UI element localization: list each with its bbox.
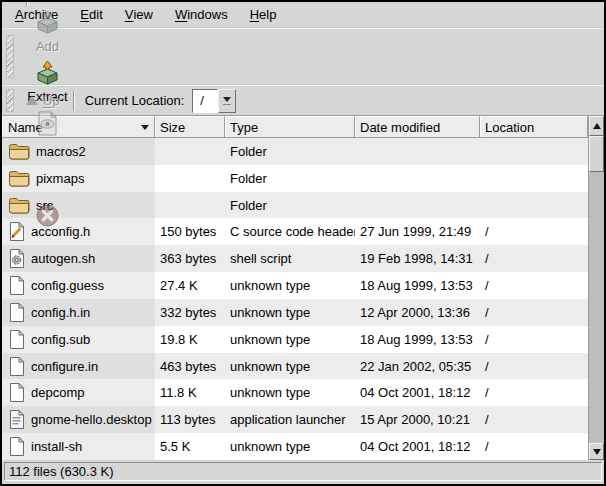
location-bar-drag-handle[interactable] — [6, 89, 14, 112]
file-date-cell: 19 Feb 1998, 14:31 — [355, 245, 480, 272]
plain-file-icon — [8, 436, 25, 457]
file-type-cell: unknown type — [225, 326, 355, 353]
plain-file-icon — [8, 382, 25, 403]
file-size-cell — [155, 165, 225, 192]
toolbar: NewOpenAddExtractViewStop — [2, 28, 604, 85]
file-name: config.sub — [31, 332, 90, 347]
file-name: macros2 — [36, 144, 86, 159]
file-location-cell: / — [480, 353, 588, 380]
location-dropdown-button[interactable] — [218, 89, 236, 113]
file-date-cell — [355, 138, 480, 165]
file-name-cell: depcomp — [2, 379, 155, 406]
file-size-cell — [155, 138, 225, 165]
file-size-cell: 113 bytes — [155, 406, 225, 433]
file-date-cell: 04 Oct 2001, 18:12 — [355, 433, 480, 460]
table-row[interactable]: gnome-hello.desktop113 bytesapplication … — [2, 406, 588, 433]
file-location-cell: / — [480, 245, 588, 272]
file-location-cell: / — [480, 218, 588, 245]
file-location-cell — [480, 138, 588, 165]
file-name: pixmaps — [36, 171, 84, 186]
file-rows: macros2FolderpixmapsFoldersrcFolderaccon… — [2, 138, 588, 460]
scroll-down-button[interactable] — [589, 443, 604, 460]
file-type-cell: shell script — [225, 245, 355, 272]
table-row[interactable]: pixmapsFolder — [2, 165, 588, 192]
table-row[interactable]: acconfig.h150 bytesC source code header2… — [2, 218, 588, 245]
table-row[interactable]: config.sub19.8 Kunknown type18 Aug 1999,… — [2, 326, 588, 353]
file-location-cell: / — [480, 272, 588, 299]
file-name: depcomp — [31, 385, 84, 400]
shell-script-file-icon — [8, 248, 25, 269]
stop-icon — [34, 202, 61, 229]
chevron-down-icon — [223, 97, 231, 102]
file-location-cell: / — [480, 406, 588, 433]
column-header-size[interactable]: Size — [155, 116, 225, 138]
file-date-cell: 12 Apr 2000, 13:36 — [355, 299, 480, 326]
file-type-cell: application launcher — [225, 406, 355, 433]
table-row[interactable]: macros2Folder — [2, 138, 588, 165]
file-location-cell: / — [480, 379, 588, 406]
file-type-cell: Folder — [225, 165, 355, 192]
file-location-cell: / — [480, 299, 588, 326]
table-row[interactable]: autogen.sh363 bytesshell script19 Feb 19… — [2, 245, 588, 272]
column-header-date-modified[interactable]: Date modified — [355, 116, 480, 138]
status-frame: 112 files (630.3 K) — [4, 462, 602, 481]
toolbar-drag-handle[interactable] — [6, 35, 14, 78]
file-location-cell — [480, 165, 588, 192]
scroll-up-button[interactable] — [589, 116, 604, 136]
file-type-cell: unknown type — [225, 353, 355, 380]
file-name-cell: config.guess — [2, 272, 155, 299]
up-button[interactable]: Up — [19, 91, 67, 110]
status-bar: 112 files (630.3 K) — [2, 460, 604, 484]
location-combo: / — [192, 89, 236, 113]
menu-windows[interactable]: Windows — [164, 2, 239, 27]
file-name-cell: macros2 — [2, 138, 155, 165]
file-list-area: NameSizeTypeDate modifiedLocation macros… — [2, 115, 604, 460]
file-name-cell: configure.in — [2, 353, 155, 380]
plain-file-icon — [8, 329, 25, 350]
table-row[interactable]: install-sh5.5 Kunknown type04 Oct 2001, … — [2, 433, 588, 460]
menu-edit[interactable]: Edit — [69, 2, 113, 27]
file-type-cell: unknown type — [225, 379, 355, 406]
plain-file-icon — [8, 275, 25, 296]
file-name: gnome-hello.desktop — [31, 412, 152, 427]
table-row[interactable]: config.h.in332 bytesunknown type12 Apr 2… — [2, 299, 588, 326]
file-date-cell: 18 Aug 1999, 13:53 — [355, 272, 480, 299]
file-name-cell: src — [2, 192, 155, 219]
file-name: install-sh — [31, 439, 82, 454]
up-button-label: Up — [43, 93, 60, 108]
location-input[interactable]: / — [192, 89, 218, 113]
scroll-down-arrow-icon — [593, 449, 601, 455]
table-row[interactable]: depcomp11.8 Kunknown type04 Oct 2001, 18… — [2, 379, 588, 406]
file-name-cell: config.h.in — [2, 299, 155, 326]
file-name-cell: acconfig.h — [2, 218, 155, 245]
plain-file-icon — [8, 356, 25, 377]
file-name: autogen.sh — [31, 251, 95, 266]
add-package-icon — [34, 10, 61, 37]
folder-icon — [8, 196, 30, 215]
folder-icon — [8, 169, 30, 188]
table-row[interactable]: configure.in463 bytesunknown type22 Jan … — [2, 353, 588, 380]
file-name: configure.in — [31, 359, 98, 374]
file-location-cell — [480, 192, 588, 219]
file-size-cell — [155, 192, 225, 219]
menu-help[interactable]: Help — [239, 2, 288, 27]
table-row[interactable]: srcFolder — [2, 192, 588, 219]
scrollbar-trough[interactable] — [589, 136, 604, 443]
table-row[interactable]: config.guess27.4 Kunknown type18 Aug 199… — [2, 272, 588, 299]
toolbar-button-label: Add — [36, 40, 59, 53]
column-header-name[interactable]: Name — [2, 116, 155, 138]
c-header-file-icon — [8, 221, 25, 242]
vertical-scrollbar[interactable] — [588, 116, 604, 460]
scrollbar-thumb[interactable] — [589, 136, 604, 172]
plain-file-icon — [8, 302, 25, 323]
file-date-cell: 18 Aug 1999, 13:53 — [355, 326, 480, 353]
column-header-location[interactable]: Location — [480, 116, 588, 138]
view-document-icon — [34, 110, 61, 137]
toolbar-add-button: Add — [19, 7, 76, 57]
menu-view[interactable]: View — [114, 2, 164, 27]
column-header-type[interactable]: Type — [225, 116, 355, 138]
file-name: config.h.in — [31, 305, 90, 320]
file-name-cell: config.sub — [2, 326, 155, 353]
up-arrow-icon — [26, 96, 38, 105]
file-name-cell: gnome-hello.desktop — [2, 406, 155, 433]
